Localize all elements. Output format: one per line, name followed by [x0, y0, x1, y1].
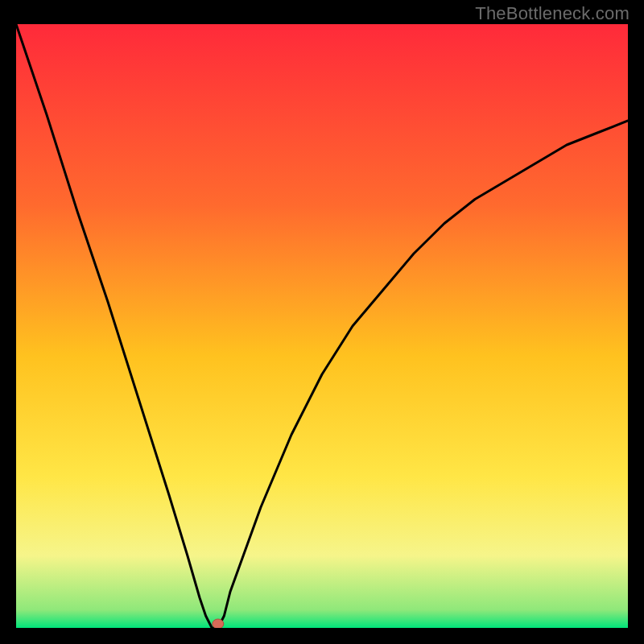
plot-frame	[16, 24, 628, 628]
optimum-marker	[213, 619, 224, 628]
chart-root: TheBottleneck.com	[0, 0, 644, 644]
gradient-rect	[16, 24, 628, 628]
plot-svg	[16, 24, 628, 628]
watermark-text: TheBottleneck.com	[475, 3, 630, 24]
